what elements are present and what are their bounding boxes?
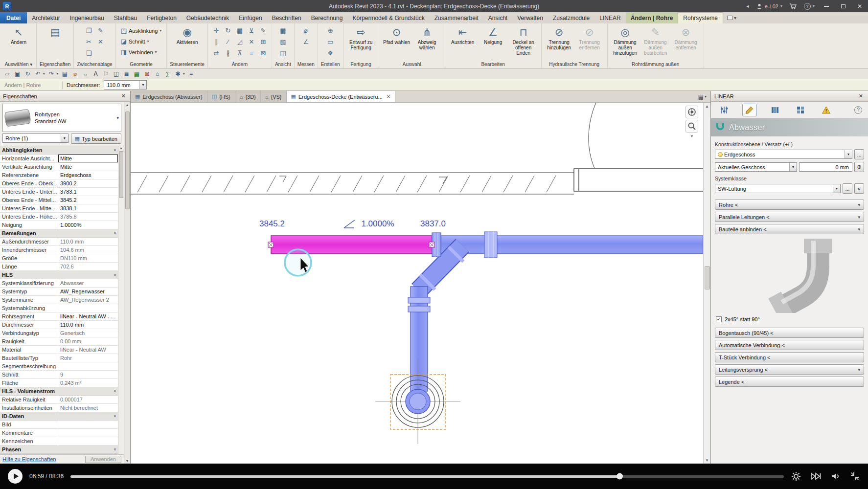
user-account-button[interactable]: e-L02 ▾ bbox=[753, 0, 786, 12]
properties-help-link[interactable]: Hilfe zu Eigenschaften bbox=[2, 456, 56, 462]
view-a-button[interactable]: ▦ bbox=[277, 25, 288, 36]
demolish-button[interactable]: ⊠ bbox=[258, 47, 269, 58]
property-value[interactable]: liNear - Neutral AW bbox=[58, 346, 118, 354]
chevron-down-icon[interactable]: ▾ bbox=[845, 150, 852, 158]
property-value[interactable]: Erdgeschoss bbox=[58, 171, 118, 179]
drawing-view[interactable]: 3845.2 1.0000% 3837.0 bbox=[131, 103, 703, 464]
property-value[interactable]: Rohr bbox=[58, 354, 118, 362]
settings-button[interactable]: ✱ bbox=[173, 69, 183, 78]
ribbon-tab-berechnung[interactable]: Berechnung bbox=[306, 12, 348, 23]
align-sm-button[interactable]: ≡ bbox=[246, 47, 257, 58]
neigung-button[interactable]: ∠Neigung bbox=[479, 24, 508, 45]
tab-columns[interactable] bbox=[768, 104, 782, 116]
property-value[interactable]: 110.0 mm bbox=[58, 321, 118, 329]
sum-button[interactable]: ∑ bbox=[163, 69, 172, 78]
create-a-button[interactable]: ⊕ bbox=[325, 25, 336, 36]
paint-button[interactable]: ✎ bbox=[258, 25, 269, 36]
sync-button[interactable]: ↻ bbox=[23, 69, 32, 78]
scroll-down-icon[interactable]: ▼ bbox=[705, 457, 709, 464]
create-c-button[interactable]: ❖ bbox=[325, 47, 336, 58]
shrink-button[interactable] bbox=[849, 471, 860, 482]
property-value[interactable]: 702.6 bbox=[58, 263, 118, 270]
dammung-au-en-hinzufugen-button[interactable]: ◎Dämmung außen hinzufügen bbox=[611, 24, 640, 56]
match-type-button[interactable]: ✎ bbox=[95, 25, 106, 36]
ribbon-tab-andern-rohre[interactable]: Ändern | Rohre bbox=[626, 12, 678, 23]
scroll-up-icon[interactable]: ▲ bbox=[705, 103, 709, 110]
ribbon-tab-linear[interactable]: LINEAR bbox=[594, 12, 625, 23]
array-button[interactable]: ▦ bbox=[234, 25, 245, 36]
property-value[interactable]: 1.0000% bbox=[58, 221, 118, 229]
ribbon-tab-korpermodell-grundstuck[interactable]: Körpermodell & Grundstück bbox=[347, 12, 429, 23]
copy-button[interactable]: ❏ bbox=[84, 47, 94, 58]
entwurf-zu-fertigung-button[interactable]: ⇨Entwurf zu Fertigung bbox=[346, 24, 376, 50]
progress-handle[interactable] bbox=[617, 473, 623, 480]
chevron-down-icon[interactable]: ▾ bbox=[139, 81, 146, 89]
chevron-down-icon[interactable]: ▾ bbox=[43, 72, 45, 76]
property-value[interactable]: Abwasser bbox=[58, 279, 118, 287]
pipe-main-horizontal[interactable] bbox=[441, 236, 703, 254]
property-value[interactable]: 3900.2 bbox=[58, 179, 118, 187]
ribbon-tab-fertigbeton[interactable]: Fertigbeton bbox=[142, 12, 182, 23]
measure-button[interactable]: ⌀ bbox=[300, 25, 311, 36]
andern-button[interactable]: ↖Ändern bbox=[4, 24, 33, 45]
scrollbar-thumb[interactable] bbox=[125, 111, 130, 209]
view-tab-3d[interactable]: ⌂{3D} bbox=[235, 91, 261, 102]
tab-settings-sliders[interactable] bbox=[717, 104, 731, 116]
chevron-down-icon[interactable]: ▾ bbox=[789, 163, 797, 171]
video-progress-track[interactable] bbox=[70, 475, 784, 478]
rotate-button[interactable]: ↻ bbox=[223, 25, 233, 36]
linear-section-automatische-verbindung[interactable]: Automatische Verbindung < bbox=[715, 340, 864, 350]
tab-draw-pencil[interactable] bbox=[742, 104, 757, 116]
close-button[interactable]: ✕ bbox=[851, 0, 868, 12]
property-value[interactable]: 0.000017 bbox=[58, 396, 118, 403]
collapse-icon[interactable]: « bbox=[112, 448, 117, 450]
create-b-button[interactable]: ▭ bbox=[325, 36, 336, 47]
ribbon-tab-gebaudetechnik[interactable]: Gebäudetechnik bbox=[182, 12, 234, 23]
close-icon[interactable]: ✕ bbox=[857, 93, 865, 99]
scrollbar-thumb[interactable] bbox=[119, 151, 123, 198]
section-hls[interactable]: HLS« bbox=[0, 271, 118, 279]
section-button[interactable]: ◫ bbox=[112, 69, 121, 78]
ribbon-tab-beschriften[interactable]: Beschriften bbox=[267, 12, 306, 23]
text-button[interactable]: A bbox=[91, 69, 100, 78]
close-icon[interactable]: ✕ bbox=[120, 93, 127, 99]
apply-button[interactable]: Anwenden bbox=[85, 456, 121, 463]
view-c-button[interactable]: ◫ bbox=[277, 47, 288, 58]
split-button[interactable]: ∦ bbox=[223, 47, 233, 58]
ribbon-tab-ansicht[interactable]: Ansicht bbox=[483, 12, 512, 23]
angle-button[interactable]: ∠ bbox=[300, 36, 311, 47]
element-filter-select[interactable]: Rohre (1) ▾ bbox=[2, 133, 69, 143]
section-id-daten[interactable]: ID-Daten« bbox=[0, 412, 118, 421]
dim-elevation-right[interactable]: 3837.0 bbox=[420, 219, 446, 228]
dim-elevation-left[interactable]: 3845.2 bbox=[259, 219, 285, 228]
pin-button[interactable]: ⊼ bbox=[234, 47, 245, 58]
close-icon[interactable]: ✕ bbox=[387, 94, 390, 99]
maximize-button[interactable] bbox=[835, 0, 851, 12]
checkbox-2x45[interactable]: ✓ bbox=[716, 316, 722, 322]
property-value[interactable]: DN110 mm bbox=[58, 254, 118, 262]
help-button[interactable]: ? bbox=[854, 106, 862, 114]
trim-button[interactable]: ∕ bbox=[223, 36, 233, 47]
linear-section-rohre[interactable]: Rohre <▾ bbox=[715, 200, 864, 210]
property-value[interactable] bbox=[58, 421, 118, 428]
minimize-button[interactable] bbox=[818, 0, 835, 12]
chevron-down-icon[interactable]: ▾ bbox=[833, 184, 840, 193]
ribbon-tab-architektur[interactable]: Architektur bbox=[27, 12, 65, 23]
type-selector[interactable]: Rohrtypen Standard AW ▾ bbox=[2, 104, 121, 132]
property-value[interactable]: Generisch bbox=[58, 329, 118, 337]
volume-button[interactable] bbox=[830, 471, 841, 482]
equals-button[interactable]: = bbox=[187, 69, 196, 78]
property-value[interactable]: liNear - Neutral AW - ... bbox=[58, 312, 118, 320]
section-bema-ungen[interactable]: Bemaßungen« bbox=[0, 229, 118, 238]
panel-collapse-button[interactable]: < bbox=[854, 183, 864, 194]
measure-button[interactable]: ⌀ bbox=[70, 69, 80, 78]
unpin-button[interactable]: ⊻ bbox=[246, 25, 257, 36]
ribbon-tab-zusatzmodule[interactable]: Zusatzmodule bbox=[548, 12, 594, 23]
collapse-icon[interactable]: « bbox=[112, 149, 117, 151]
dimension-button[interactable]: ↔ bbox=[81, 69, 90, 78]
playback-speed-button[interactable] bbox=[810, 471, 821, 482]
close-view-button[interactable]: ⊠ bbox=[142, 69, 152, 78]
grid-scrollbar[interactable]: ▲ bbox=[118, 146, 124, 454]
property-value[interactable] bbox=[58, 429, 118, 437]
ribbon-display-toggle[interactable]: ▾ bbox=[723, 12, 740, 23]
